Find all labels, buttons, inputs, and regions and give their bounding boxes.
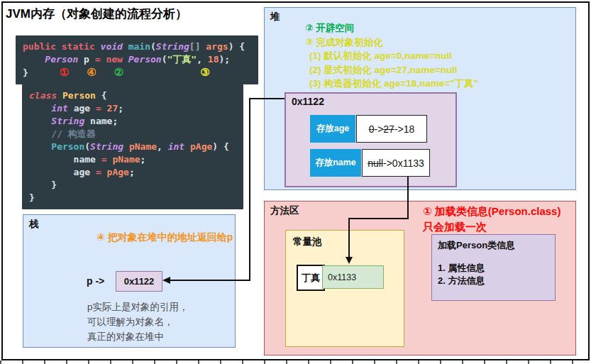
cutoff-text-strip [0,360,591,364]
constant-pool-label: 常量池 [293,236,322,248]
class-info-item-2: 2. 方法信息 [438,275,549,287]
pointer-label: p -> [87,275,104,287]
age-slot-row: 存放age 0-> 27 -> 18 [310,115,427,143]
stack-note-line-2: 可以理解为对象名， [87,314,189,329]
heap-step-3: ③ 完成对象初始化 [305,35,478,50]
name-slot-value: null -> 0x1133 [362,149,430,177]
constant-pool-value-cell: 0x1133 [322,265,384,289]
heap-step-2: ② 开辟空间 [305,21,478,35]
stack-note-line-1: p实际上是对象的引用， [87,299,189,314]
stack-step-4: ④ 把对象在堆中的地址返回给p [96,231,233,244]
age-final-value: 18 [404,123,415,135]
age-slot-value: 0-> 27 -> 18 [356,115,427,143]
age-old-value-0: 0 [369,123,375,135]
arrow-glyph: -> [394,123,404,135]
stack-note: p实际上是对象的引用， 可以理解为对象名， 真正的对象在堆中 [87,299,189,344]
arrow-glyph: -> [374,123,383,135]
age-old-value-27: 27 [383,123,394,135]
age-slot-label: 存放age [310,115,355,143]
class-info-item-1: 1. 属性信息 [438,262,549,275]
heap-step-3-1: (1) 默认初始化 age=0,name=null [305,49,478,63]
page-title: JVM内存（对象创建的流程分析） [6,6,187,22]
heap-step-3-3: (3) 构造器初始化 age=18,name="丁真" [305,77,478,91]
code-block-person: class Person { int age = 27; String name… [22,84,243,209]
heap-label: 堆 [270,11,280,23]
step-1-line-1: ① 加载类信息(Person.class) [423,204,579,219]
name-slot-label: 存放name [310,149,361,177]
method-area-step-1: ① 加载类信息(Person.class) 只会加载一次 [423,204,579,235]
class-info-box: 加载Person类信息 1. 属性信息 2. 方法信息 [431,234,556,301]
step-1-line-2: 只会加载一次 [423,219,579,235]
name-slot-row: 存放name null -> 0x1133 [310,149,430,177]
method-area-label: 方法区 [270,204,299,217]
stack-note-line-3: 真正的对象在堆中 [87,329,189,344]
arrow-glyph: -> [383,158,392,169]
name-final-value: 0x1133 [392,158,424,169]
constant-pool-box: 常量池 丁真 0x1133 [285,230,404,347]
stack-label: 栈 [29,218,39,231]
constant-pool-key-cell: 丁真 [297,265,325,291]
code-block-main: public static void main(String[] args) {… [16,35,258,84]
stack-address-chip: 0x1122 [116,271,162,292]
class-info-title: 加载Person类信息 [438,239,549,252]
name-old-value-null: null [368,158,383,169]
heap-steps: ② 开辟空间 ③ 完成对象初始化 (1) 默认初始化 age=0,name=nu… [305,21,478,91]
heap-object-address: 0x1122 [292,96,324,107]
heap-step-3-2: (2) 显式初始化 age=27,name=null [305,63,478,77]
